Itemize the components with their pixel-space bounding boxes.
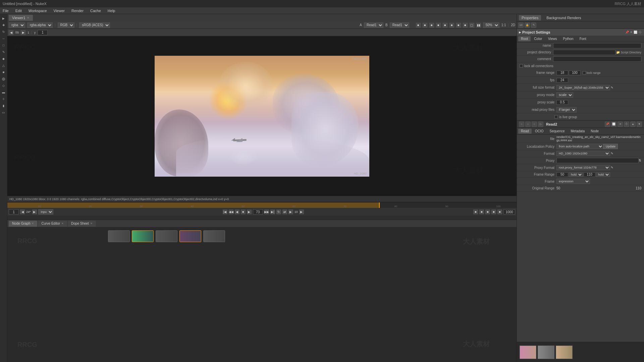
proj-comment-input[interactable] <box>553 56 641 62</box>
thumb-2[interactable] <box>538 346 554 359</box>
viewer-ctrl-icon-9[interactable]: ▢ <box>470 23 474 28</box>
read2-tab-ocio[interactable]: OCIO <box>532 129 546 134</box>
lock-range-checkbox[interactable] <box>583 71 586 75</box>
tool-shape[interactable]: ■ <box>1 69 7 75</box>
proj-tab-python[interactable]: Python <box>560 36 576 41</box>
step-back[interactable]: ◀◀ <box>229 210 233 214</box>
proj-tab-root[interactable]: Root <box>518 36 531 41</box>
tab-properties[interactable]: Properties <box>519 15 541 20</box>
node-thumb-5[interactable] <box>203 230 225 242</box>
menu-edit[interactable]: Edit <box>14 8 23 13</box>
once-btn[interactable]: ▶ <box>288 210 293 214</box>
fps-up[interactable]: ▶ <box>32 210 37 214</box>
viewer-canvas[interactable]: RRCG 大人素材 RRCG 大人素材 <box>7 36 517 196</box>
tab-dope-sheet-close[interactable]: ✕ <box>90 222 93 225</box>
read2-icon-tri[interactable]: ▷ <box>538 122 543 127</box>
read2-proxy-input[interactable] <box>556 158 639 163</box>
viewer-tab-close[interactable]: ✕ <box>27 16 30 19</box>
node-thumb-3[interactable] <box>156 230 177 242</box>
tool-paint[interactable]: ✎ <box>1 49 7 55</box>
tool-select[interactable]: ▶ <box>1 15 7 21</box>
tool-tracker[interactable]: ⨁ <box>1 76 7 82</box>
proj-tab-color[interactable]: Color <box>531 36 545 41</box>
project-settings-header[interactable]: ▶ Project Settings 📌 ✕ ⬜ ➕ <box>517 29 644 36</box>
node-a-select[interactable]: Read1 <box>364 22 383 28</box>
menu-viewer[interactable]: Viewer <box>52 8 66 13</box>
tool-warp[interactable]: ◊ <box>1 96 7 102</box>
play-fwd[interactable]: ▶ <box>247 210 252 214</box>
thumb-3[interactable] <box>556 346 573 359</box>
read2-icon-pin[interactable]: 📌 <box>605 122 610 127</box>
start-frame-input[interactable] <box>9 209 19 215</box>
proj-pin-icon[interactable]: 📌 <box>625 31 629 34</box>
tool-roto[interactable]: △ <box>1 62 7 69</box>
viewer-ctrl-icon-6[interactable]: ■ <box>449 23 454 28</box>
viewer-ctrl-icon-5[interactable]: ■ <box>443 23 447 28</box>
read2-icon-arrow-dn[interactable]: ▼ <box>637 122 642 127</box>
tool-3d[interactable]: ◇ <box>1 83 7 89</box>
read2-localize-select[interactable]: from auto-localize path <box>556 144 603 149</box>
tab-node-graph[interactable]: Node Graph ✕ <box>9 221 37 227</box>
read2-icon-arrow-up[interactable]: ▲ <box>630 122 636 127</box>
play-back[interactable]: ◀ <box>235 210 239 214</box>
tab-node-graph-close[interactable]: ✕ <box>32 222 34 225</box>
read2-icon-circle3[interactable]: ○ <box>532 122 537 127</box>
viewer-ctrl-icon-7[interactable]: ■ <box>456 23 461 28</box>
viewer-right-4[interactable]: ■ <box>491 210 496 214</box>
full-size-format-select[interactable]: 2K_Super_35(full-ap) 2048x1556 <box>556 85 610 90</box>
read2-update-btn[interactable]: Update <box>603 144 618 149</box>
tab-background-renders[interactable]: Background Renders <box>544 15 584 20</box>
tab-curve-editor-close[interactable]: ✕ <box>61 222 64 225</box>
tool-deep[interactable]: ▭ <box>1 109 7 116</box>
read2-proxy-scroll[interactable]: ⇅ <box>639 159 641 162</box>
read2-proxy-format-edit[interactable]: ✎ <box>611 166 613 169</box>
live-group-checkbox[interactable] <box>554 115 558 119</box>
tool-move[interactable]: ✚ <box>1 22 7 28</box>
viewer-pause-btn[interactable]: ▮▮ <box>476 23 481 28</box>
read2-fr-end[interactable] <box>584 172 595 177</box>
tool-scale[interactable]: ↔ <box>1 36 7 42</box>
read2-frame-select[interactable]: expression <box>556 179 590 184</box>
proj-dir-folder-icon[interactable]: 📁 <box>616 51 620 54</box>
next-frame-btn[interactable]: ▶ <box>21 30 25 35</box>
frame-start-input[interactable] <box>556 71 568 75</box>
read2-tab-node[interactable]: Node <box>588 129 601 134</box>
goto-end[interactable]: ▶| <box>270 210 275 214</box>
timeline-playhead[interactable] <box>379 202 380 208</box>
thumb-1[interactable] <box>520 346 536 359</box>
proxy-mode-select[interactable]: scale <box>556 92 573 98</box>
menu-help[interactable]: Help <box>106 8 117 13</box>
viewer-ctrl-icon-8[interactable]: ■ <box>463 23 468 28</box>
read2-icon-minimize[interactable]: ➕ <box>624 122 629 127</box>
tab-curve-editor[interactable]: Curve Editor ✕ <box>38 221 67 227</box>
proj-name-input[interactable] <box>553 43 641 48</box>
colorspace-select[interactable]: RGB <box>58 22 74 28</box>
proxy-scale-input[interactable] <box>556 100 568 105</box>
tool-crop[interactable]: □ <box>1 42 7 48</box>
tool-clone[interactable]: ◆ <box>1 56 7 62</box>
channel-select[interactable]: rgba <box>9 22 25 28</box>
lut-select[interactable]: sRGB (ACES) <box>79 22 110 28</box>
prop-icon-lock[interactable]: 🔒 <box>525 22 530 28</box>
format-edit-icon[interactable]: ✎ <box>611 86 613 89</box>
viewer-ctrl-icon-1[interactable]: ■ <box>416 23 421 28</box>
alpha-channel-select[interactable]: rgba.alpha <box>27 22 53 28</box>
tool-particles[interactable]: ▬ <box>1 89 7 95</box>
viewer-right-3[interactable]: ■ <box>485 210 490 214</box>
goto-start[interactable]: |◀ <box>223 210 227 214</box>
menu-file[interactable]: File <box>1 8 10 13</box>
proj-close-icon[interactable]: ✕ <box>630 31 633 34</box>
tool-stereo[interactable]: ▮ <box>1 103 7 109</box>
read-proxy-select[interactable]: if larger <box>556 107 577 112</box>
read2-fr-start[interactable] <box>556 172 568 177</box>
tool-rotate[interactable]: ↻ <box>1 29 7 35</box>
input-mode-select[interactable]: Input <box>38 209 53 215</box>
bounce-btn[interactable]: ⇄ <box>282 210 287 214</box>
proj-tab-font[interactable]: Font <box>577 36 589 41</box>
read2-icon-expand[interactable]: ⬜ <box>611 122 616 127</box>
proj-expand-icon[interactable]: ⬜ <box>634 31 637 34</box>
proj-minimize-icon[interactable]: ➕ <box>638 31 642 34</box>
end-frame-input[interactable] <box>503 209 515 215</box>
y-coord-input[interactable] <box>38 30 48 35</box>
proj-tab-views[interactable]: Views <box>545 36 560 41</box>
